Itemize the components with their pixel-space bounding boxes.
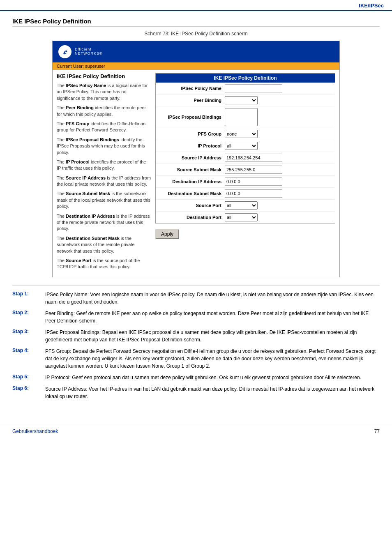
step-text-6: Source IP Address: Voer het IP-adres in …: [45, 385, 380, 400]
label-dest-ip: Destination IP Address: [159, 179, 225, 184]
desc-pfs-group: The PFS Group identifies the Diffie-Hell…: [57, 121, 151, 134]
desc-dest-ip: The Destination IP Address is the IP add…: [57, 213, 151, 232]
input-dest-ip-wrap: [225, 177, 332, 186]
desc-ipsec-policy-name: The IPSec Policy Name is a logical name …: [57, 83, 151, 101]
input-dest-port-wrap: all: [225, 213, 332, 221]
step-row-2: Stap 2: Peer Binding: Geef de remote IKE…: [12, 310, 380, 325]
step-label-1: Stap 1:: [12, 291, 45, 297]
apply-button[interactable]: Apply: [155, 229, 179, 239]
form-row-source-ip: Source IP Address: [156, 152, 335, 164]
desc-ipsec-proposal: The IPSec Proposal Bindings identify the…: [57, 137, 151, 156]
steps-section: Stap 1: IPSec Policy Name: Voer een logi…: [12, 286, 380, 400]
footer-right: 77: [374, 428, 380, 434]
input-ipsec-policy-name-wrap: [225, 84, 332, 92]
step-label-6: Stap 6:: [12, 385, 45, 391]
form-box-header: IKE IPSec Policy Definition: [156, 74, 335, 83]
input-dest-mask-wrap: [225, 189, 332, 198]
select-source-port[interactable]: all: [225, 201, 258, 210]
desc-source-ip: The Source IP Address is the IP address …: [57, 175, 151, 188]
input-ipsec-policy-name[interactable]: [225, 84, 282, 92]
main-content: IKE IPSec Policy Definition Scherm 73: I…: [0, 11, 392, 412]
form-row-source-mask: Source Subnet Mask: [156, 164, 335, 176]
step-text-5: IP Protocol: Geef een protocol aan dat u…: [45, 374, 361, 381]
step-row-5: Stap 5: IP Protocol: Geef een protocol a…: [12, 374, 380, 381]
schema-caption: Scherm 73: IKE IPSec Policy Definition-s…: [12, 31, 380, 37]
form-row-source-port: Source Port all: [156, 200, 335, 212]
input-dest-ip[interactable]: [225, 177, 282, 186]
input-dest-mask[interactable]: [225, 189, 282, 198]
form-row-dest-mask: Destination Subnet Mask: [156, 188, 335, 200]
logo-bar: 𝒄 Efficient NETWORKS®: [53, 41, 339, 62]
label-source-port: Source Port: [159, 203, 225, 208]
page-footer: Gebruikershandboek 77: [0, 425, 392, 438]
input-source-mask-wrap: [225, 166, 332, 174]
label-source-mask: Source Subnet Mask: [159, 167, 225, 172]
desc-source-mask: The Source Subnet Mask is the subnetwork…: [57, 191, 151, 210]
page-title: IKE IPSec Policy Definition: [12, 18, 380, 27]
input-source-ip-wrap: [225, 154, 332, 162]
step-label-5: Stap 5:: [12, 374, 45, 380]
step-label-2: Stap 2:: [12, 310, 45, 315]
input-source-mask[interactable]: [225, 166, 282, 174]
label-ip-protocol: IP Protocol: [159, 143, 225, 148]
step-text-2: Peer Binding: Geef de remote IKE peer aa…: [45, 310, 380, 325]
form-row-ipsec-policy-name: IPSec Policy Name: [156, 83, 335, 94]
input-peer-binding-wrap: [225, 96, 332, 104]
form-row-ipsec-proposal: IPSec Proposal Bindings: [156, 106, 335, 128]
input-ip-protocol-wrap: all tcp udp: [225, 142, 332, 150]
right-panel: IKE IPSec Policy Definition IPSec Policy…: [155, 73, 335, 274]
ui-box: 𝒄 Efficient NETWORKS® Current User: supe…: [52, 41, 340, 277]
form-row-pfs-group: PFS Group none Group 1 Group 2: [156, 128, 335, 140]
select-ipsec-proposal[interactable]: [225, 108, 258, 126]
form-row-ip-protocol: IP Protocol all tcp udp: [156, 140, 335, 152]
top-header: IKE/IPSec: [0, 0, 392, 11]
footer-left: Gebruikershandboek: [12, 428, 58, 434]
desc-source-port: The Source Port is the source port of th…: [57, 258, 151, 270]
logo-icon: 𝒄: [58, 45, 71, 58]
label-dest-port: Destination Port: [159, 215, 225, 220]
form-row-peer-binding: Peer Binding: [156, 94, 335, 106]
left-panel-title: IKE IPSec Policy Definition: [57, 73, 151, 79]
user-bar: Current User: superuser: [53, 62, 339, 70]
input-source-ip[interactable]: [225, 154, 282, 162]
desc-dest-mask: The Destination Subnet Mask is the subne…: [57, 235, 151, 254]
form-row-dest-port: Destination Port all: [156, 212, 335, 223]
step-row-1: Stap 1: IPSec Policy Name: Voer een logi…: [12, 291, 380, 306]
step-text-3: IPSec Proposal Bindings: Bepaal een IKE …: [45, 329, 380, 343]
step-text-4: PFS Group: Bepaal de Perfect Forward Sec…: [45, 348, 380, 370]
step-row-3: Stap 3: IPSec Proposal Bindings: Bepaal …: [12, 329, 380, 343]
form-box: IKE IPSec Policy Definition IPSec Policy…: [155, 73, 335, 223]
left-panel: IKE IPSec Policy Definition The IPSec Po…: [57, 73, 151, 274]
ui-inner: IKE IPSec Policy Definition The IPSec Po…: [53, 70, 339, 277]
input-ipsec-proposal-wrap: [225, 108, 332, 126]
input-source-port-wrap: all: [225, 201, 332, 210]
label-pfs-group: PFS Group: [159, 131, 225, 136]
select-peer-binding[interactable]: [225, 96, 258, 104]
apply-area: Apply: [155, 228, 335, 241]
desc-ip-protocol: The IP Protocol identifies the protocol …: [57, 159, 151, 172]
logo-text: Efficient NETWORKS®: [75, 48, 103, 56]
step-label-3: Stap 3:: [12, 329, 45, 334]
input-pfs-group-wrap: none Group 1 Group 2: [225, 130, 332, 138]
label-dest-mask: Destination Subnet Mask: [159, 191, 225, 196]
step-row-4: Stap 4: PFS Group: Bepaal de Perfect For…: [12, 348, 380, 370]
desc-peer-binding: The Peer Binding identifies the remote p…: [57, 105, 151, 117]
step-row-6: Stap 6: Source IP Address: Voer het IP-a…: [12, 385, 380, 400]
label-ipsec-proposal: IPSec Proposal Bindings: [159, 115, 225, 120]
select-ip-protocol[interactable]: all tcp udp: [225, 142, 258, 150]
page-section-title: IKE/IPSec: [359, 2, 384, 9]
label-source-ip: Source IP Address: [159, 155, 225, 160]
select-dest-port[interactable]: all: [225, 213, 258, 221]
select-pfs-group[interactable]: none Group 1 Group 2: [225, 130, 258, 138]
form-row-dest-ip: Destination IP Address: [156, 176, 335, 188]
label-peer-binding: Peer Binding: [159, 98, 225, 103]
label-ipsec-policy-name: IPSec Policy Name: [159, 86, 225, 91]
step-label-4: Stap 4:: [12, 348, 45, 353]
step-text-1: IPSec Policy Name: Voer een logische naa…: [45, 291, 380, 306]
